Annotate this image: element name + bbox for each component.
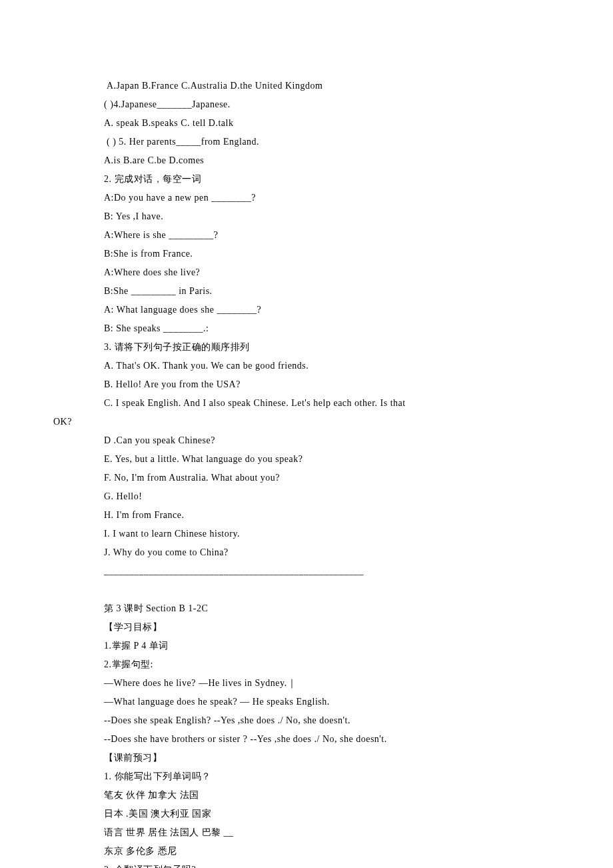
text-line: B: Yes ,I have. bbox=[53, 207, 560, 226]
text-line: OK? bbox=[53, 413, 560, 431]
text-line: A. speak B.speaks C. tell D.talk bbox=[53, 114, 560, 133]
text-line: 2. 会翻译下列句子吗? bbox=[53, 861, 560, 868]
text-line: A.is B.are C.be D.comes bbox=[53, 151, 560, 170]
text-line: 语言 世界 居住 法国人 巴黎 __ bbox=[53, 823, 560, 842]
text-line: D .Can you speak Chinese? bbox=[53, 431, 560, 450]
text-line: B:She is from France. bbox=[53, 245, 560, 263]
text-line: 【课前预习】 bbox=[53, 749, 560, 767]
text-line: G. Hello! bbox=[53, 487, 560, 506]
text-line: A: What language does she ________? bbox=[53, 301, 560, 319]
text-line: A:Do you have a new pen ________? bbox=[53, 189, 560, 207]
text-line: --Does she speak English? --Yes ,she doe… bbox=[53, 711, 560, 730]
text-line: E. Yes, but a little. What language do y… bbox=[53, 450, 560, 469]
text-line: 第 3 课时 Section B 1-2C bbox=[53, 599, 560, 618]
text-line: —Where does he live? —He lives in Sydney… bbox=[53, 674, 560, 693]
document-body: A.Japan B.France C.Australia D.the Unite… bbox=[53, 77, 560, 868]
text-line: A:Where is she _________? bbox=[53, 226, 560, 245]
text-line: F. No, I'm from Australia. What about yo… bbox=[53, 469, 560, 487]
text-line: 日本 .美国 澳大利亚 国家 bbox=[53, 805, 560, 823]
text-line: A. That's OK. Thank you. We can be good … bbox=[53, 357, 560, 375]
text-line: 笔友 伙伴 加拿大 法国 bbox=[53, 786, 560, 805]
text-line: 3. 请将下列句子按正确的顺序排列 bbox=[53, 338, 560, 357]
text-line: J. Why do you come to China? bbox=[53, 543, 560, 562]
text-line: 1. 你能写出下列单词吗？ bbox=[53, 767, 560, 786]
text-line: 东京 多伦多 悉尼 bbox=[53, 842, 560, 861]
text-line: ________________________________________… bbox=[53, 562, 560, 581]
text-line: ( ) 5. Her parents_____from England. bbox=[53, 133, 560, 151]
text-line: B:She _________ in Paris. bbox=[53, 282, 560, 301]
text-line: ( )4.Japanese_______Japanese. bbox=[53, 95, 560, 114]
text-line: —What language does he speak? — He speak… bbox=[53, 693, 560, 711]
text-line: 1.掌握 P 4 单词 bbox=[53, 637, 560, 655]
text-line: B: She speaks ________.: bbox=[53, 319, 560, 338]
text-line: 2. 完成对话，每空一词 bbox=[53, 170, 560, 189]
text-line: C. I speak English. And I also speak Chi… bbox=[53, 394, 560, 413]
text-line: A:Where does she live? bbox=[53, 263, 560, 282]
text-line: B. Hello! Are you from the USA? bbox=[53, 375, 560, 394]
text-line: --Does she have brothers or sister ? --Y… bbox=[53, 730, 560, 749]
text-line: I. I want to learn Chinese history. bbox=[53, 525, 560, 543]
text-line: 【学习目标】 bbox=[53, 618, 560, 637]
text-line: 2.掌握句型: bbox=[53, 655, 560, 674]
text-line: H. I'm from France. bbox=[53, 506, 560, 525]
blank-line bbox=[53, 581, 560, 599]
text-line: A.Japan B.France C.Australia D.the Unite… bbox=[53, 77, 560, 95]
